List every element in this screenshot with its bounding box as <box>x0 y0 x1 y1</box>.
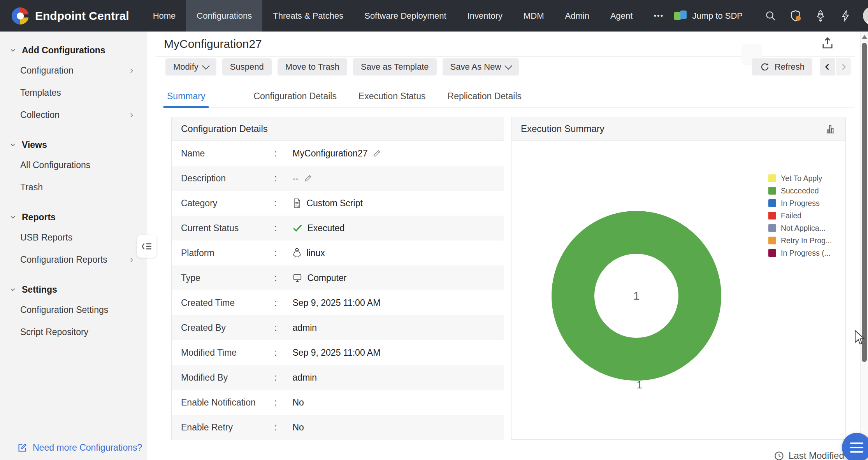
flash-icon[interactable] <box>838 9 853 23</box>
detail-value: Sep 9, 2025 11:00 AM <box>292 298 380 308</box>
sidebar-item-trash[interactable]: Trash <box>0 176 147 198</box>
suspend-button[interactable]: Suspend <box>222 58 272 75</box>
detail-value: Computer <box>307 273 346 283</box>
sidebar-section-title-views[interactable]: Views <box>0 135 147 154</box>
app-logo[interactable]: Endpoint Central <box>0 7 142 25</box>
chevron-right-icon <box>128 112 135 119</box>
chevron-down-icon <box>9 141 16 148</box>
chevron-down-icon <box>9 47 16 54</box>
last-modified-label: Last Modified <box>789 450 844 460</box>
nav-item-admin[interactable]: Admin <box>555 0 600 32</box>
sidebar-sections: Add ConfigurationsConfigurationTemplates… <box>0 41 147 343</box>
legend-item-in-progress[interactable]: In Progress (... <box>768 247 832 259</box>
tab-configuration-details[interactable]: Configuration Details <box>252 85 338 107</box>
sidebar-item-collection[interactable]: Collection <box>0 104 147 126</box>
sidebar-section-add-configurations: Add ConfigurationsConfigurationTemplates… <box>0 41 147 126</box>
export-icon[interactable] <box>821 36 835 52</box>
floating-menu-button[interactable] <box>842 433 868 460</box>
scrollbar-thumb[interactable] <box>862 43 867 362</box>
detail-row-name: Name:MyConfiguration27 <box>172 141 504 166</box>
detail-row-enable-notification: Enable Notification:No <box>172 390 504 415</box>
chevron-left-icon <box>824 63 831 71</box>
legend-swatch <box>768 249 776 257</box>
detail-label: Current Status <box>181 223 274 234</box>
scrollbar-up-arrow[interactable] <box>862 35 867 39</box>
nav-item-software-deployment[interactable]: Software Deployment <box>354 0 457 32</box>
pager <box>820 58 851 75</box>
legend-item-failed[interactable]: Failed <box>768 209 832 222</box>
bar-chart-icon[interactable] <box>824 123 836 135</box>
sidebar-section-settings: SettingsConfiguration SettingsScript Rep… <box>0 280 147 343</box>
need-more-configurations-link[interactable]: Need more Configurations? <box>0 435 147 460</box>
sidebar-item-script-repository[interactable]: Script Repository <box>0 321 147 343</box>
shield-notification-icon[interactable] <box>788 9 803 23</box>
chevron-down-icon <box>504 62 512 70</box>
chevron-down-icon <box>202 62 210 70</box>
detail-value: Sep 9, 2025 11:00 AM <box>292 348 380 358</box>
sidebar-section-title-reports[interactable]: Reports <box>0 208 147 226</box>
legend-item-in-progress[interactable]: In Progress <box>768 197 832 209</box>
last-modified-control[interactable]: Last Modified <box>774 450 844 460</box>
tab-execution-status[interactable]: Execution Status <box>357 85 427 107</box>
edit-pencil-icon[interactable] <box>303 174 313 183</box>
rocket-icon[interactable] <box>813 9 828 23</box>
chevron-down-icon <box>9 286 16 293</box>
legend-item-yet-to-apply[interactable]: Yet To Apply <box>768 172 832 184</box>
save-as-new-button[interactable]: Save As New <box>443 58 519 75</box>
chart-legend: Yet To ApplySucceededIn ProgressFailedNo… <box>768 172 832 259</box>
sidebar-section-title-settings[interactable]: Settings <box>0 280 147 299</box>
nav-item-mdm[interactable]: MDM <box>513 0 555 32</box>
detail-value: Custom Script <box>306 198 362 209</box>
previous-button[interactable] <box>820 58 835 75</box>
nav-item-inventory[interactable]: Inventory <box>457 0 513 32</box>
nav-item-configurations[interactable]: Configurations <box>186 0 262 32</box>
move-to-trash-button[interactable]: Move to Trash <box>278 58 347 75</box>
donut-chart <box>547 206 726 385</box>
detail-row-current-status: Current Status:Executed <box>172 216 504 241</box>
donut-slice-succeeded[interactable] <box>573 232 700 359</box>
top-navbar: Endpoint Central HomeConfigurationsThrea… <box>0 0 868 32</box>
detail-value: admin <box>292 323 317 333</box>
sidebar-item-usb-reports[interactable]: USB Reports <box>0 226 147 249</box>
execution-summary-header: Execution Summary <box>511 117 845 141</box>
avatar[interactable] <box>863 7 868 25</box>
detail-row-created-time: Created Time:Sep 9, 2025 11:00 AM <box>172 290 504 315</box>
sidebar-item-templates[interactable]: Templates <box>0 82 147 104</box>
nav-item-agent[interactable]: Agent <box>600 0 643 32</box>
legend-swatch <box>768 224 776 232</box>
nav-item-more[interactable]: ••• <box>643 0 674 32</box>
sidebar-item-all-configurations[interactable]: All Configurations <box>0 154 147 176</box>
refresh-icon <box>760 62 770 72</box>
detail-label: Enable Retry <box>181 422 274 433</box>
legend-item-not-applica[interactable]: Not Applica... <box>768 222 832 234</box>
tab-replication-details[interactable]: Replication Details <box>446 85 523 107</box>
sidebar-item-configuration-settings[interactable]: Configuration Settings <box>0 299 147 321</box>
chevron-down-icon <box>9 214 16 221</box>
detail-row-modified-time: Modified Time:Sep 9, 2025 11:00 AM <box>172 340 504 365</box>
detail-row-enable-retry: Enable Retry:No <box>172 415 504 440</box>
navbar-right-cluster: Jump to SDP <box>674 7 868 25</box>
sidebar-collapse-button[interactable] <box>137 235 156 258</box>
legend-item-succeeded[interactable]: Succeeded <box>768 184 832 197</box>
sidebar-section-title-add-configurations[interactable]: Add Configurations <box>0 41 147 60</box>
modify-button[interactable]: Modify <box>165 58 216 75</box>
jump-to-sdp-button[interactable]: Jump to SDP <box>674 10 743 22</box>
detail-label: Modified By <box>181 372 274 383</box>
next-button[interactable] <box>836 58 851 75</box>
refresh-button[interactable]: Refresh <box>752 58 812 75</box>
search-icon[interactable] <box>763 9 778 23</box>
chevron-right-icon <box>128 256 135 263</box>
nav-item-threats-patches[interactable]: Threats & Patches <box>262 0 354 32</box>
detail-value: No <box>292 422 304 433</box>
nav-item-home[interactable]: Home <box>142 0 186 32</box>
detail-label: Modified Time <box>181 348 274 358</box>
edit-pencil-icon[interactable] <box>372 149 381 158</box>
sidebar-item-configuration-reports[interactable]: Configuration Reports <box>0 249 147 271</box>
execution-summary-panel: Execution Summary 1 1 Yet To ApplySuccee… <box>511 117 846 440</box>
edit-square-icon <box>17 442 28 453</box>
save-as-template-button[interactable]: Save as Template <box>353 58 436 75</box>
tab-summary[interactable]: Summary <box>165 85 207 107</box>
legend-item-retry-in-prog[interactable]: Retry In Prog... <box>768 234 832 247</box>
sidebar-item-configuration[interactable]: Configuration <box>0 60 147 82</box>
configuration-details-title: Configuration Details <box>181 123 268 134</box>
